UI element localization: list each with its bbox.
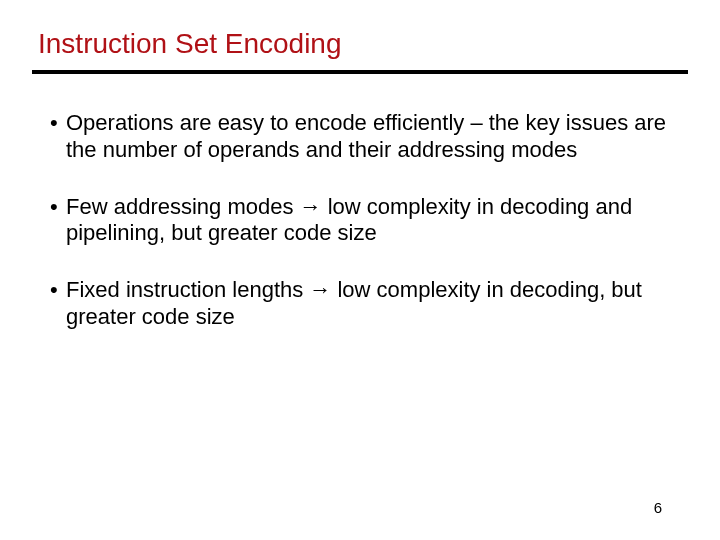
bullet-item: Fixed instruction lengths → low complexi… xyxy=(50,277,676,331)
bullet-item: Operations are easy to encode efficientl… xyxy=(50,110,676,164)
slide-container: Instruction Set Encoding Operations are … xyxy=(0,0,720,540)
title-divider xyxy=(32,70,688,74)
slide-title: Instruction Set Encoding xyxy=(36,28,684,60)
page-number: 6 xyxy=(654,499,662,516)
bullet-item: Few addressing modes → low complexity in… xyxy=(50,194,676,248)
bullet-list: Operations are easy to encode efficientl… xyxy=(36,110,684,331)
